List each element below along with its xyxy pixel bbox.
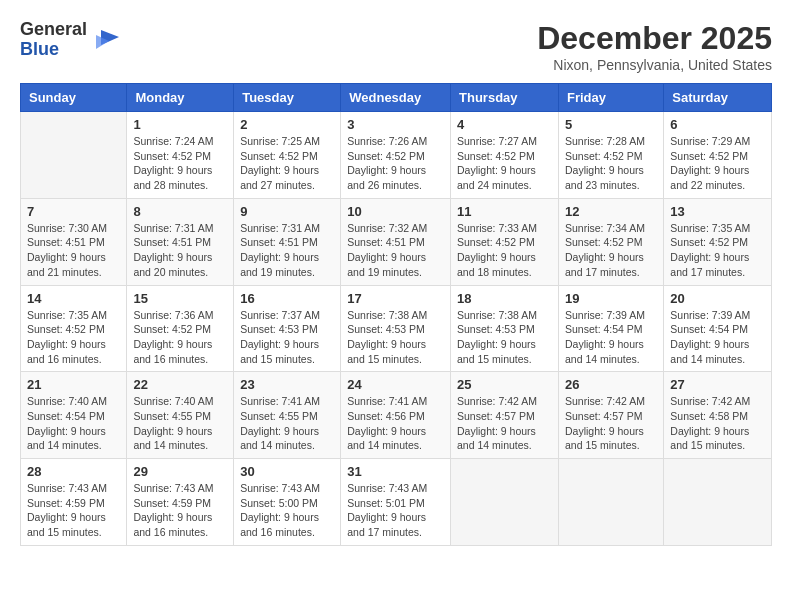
day-of-week-header: Thursday bbox=[451, 84, 559, 112]
calendar-cell: 18Sunrise: 7:38 AMSunset: 4:53 PMDayligh… bbox=[451, 285, 559, 372]
calendar-cell: 24Sunrise: 7:41 AMSunset: 4:56 PMDayligh… bbox=[341, 372, 451, 459]
calendar-cell: 4Sunrise: 7:27 AMSunset: 4:52 PMDaylight… bbox=[451, 112, 559, 199]
day-number: 28 bbox=[27, 464, 120, 479]
calendar-cell bbox=[664, 459, 772, 546]
day-number: 14 bbox=[27, 291, 120, 306]
day-number: 6 bbox=[670, 117, 765, 132]
cell-sun-info: Sunrise: 7:32 AMSunset: 4:51 PMDaylight:… bbox=[347, 221, 444, 280]
day-number: 29 bbox=[133, 464, 227, 479]
calendar-week-row: 7Sunrise: 7:30 AMSunset: 4:51 PMDaylight… bbox=[21, 198, 772, 285]
location-subtitle: Nixon, Pennsylvania, United States bbox=[537, 57, 772, 73]
calendar-cell: 22Sunrise: 7:40 AMSunset: 4:55 PMDayligh… bbox=[127, 372, 234, 459]
day-of-week-header: Sunday bbox=[21, 84, 127, 112]
day-number: 5 bbox=[565, 117, 657, 132]
calendar-table: SundayMondayTuesdayWednesdayThursdayFrid… bbox=[20, 83, 772, 546]
cell-sun-info: Sunrise: 7:29 AMSunset: 4:52 PMDaylight:… bbox=[670, 134, 765, 193]
calendar-week-row: 14Sunrise: 7:35 AMSunset: 4:52 PMDayligh… bbox=[21, 285, 772, 372]
day-number: 2 bbox=[240, 117, 334, 132]
cell-sun-info: Sunrise: 7:43 AMSunset: 4:59 PMDaylight:… bbox=[27, 481, 120, 540]
calendar-cell: 10Sunrise: 7:32 AMSunset: 4:51 PMDayligh… bbox=[341, 198, 451, 285]
cell-sun-info: Sunrise: 7:37 AMSunset: 4:53 PMDaylight:… bbox=[240, 308, 334, 367]
cell-sun-info: Sunrise: 7:43 AMSunset: 5:01 PMDaylight:… bbox=[347, 481, 444, 540]
calendar-cell: 29Sunrise: 7:43 AMSunset: 4:59 PMDayligh… bbox=[127, 459, 234, 546]
day-number: 8 bbox=[133, 204, 227, 219]
day-number: 24 bbox=[347, 377, 444, 392]
day-number: 31 bbox=[347, 464, 444, 479]
cell-sun-info: Sunrise: 7:27 AMSunset: 4:52 PMDaylight:… bbox=[457, 134, 552, 193]
cell-sun-info: Sunrise: 7:25 AMSunset: 4:52 PMDaylight:… bbox=[240, 134, 334, 193]
calendar-cell: 15Sunrise: 7:36 AMSunset: 4:52 PMDayligh… bbox=[127, 285, 234, 372]
calendar-cell: 11Sunrise: 7:33 AMSunset: 4:52 PMDayligh… bbox=[451, 198, 559, 285]
calendar-cell bbox=[558, 459, 663, 546]
cell-sun-info: Sunrise: 7:35 AMSunset: 4:52 PMDaylight:… bbox=[670, 221, 765, 280]
day-number: 7 bbox=[27, 204, 120, 219]
day-number: 16 bbox=[240, 291, 334, 306]
calendar-cell: 6Sunrise: 7:29 AMSunset: 4:52 PMDaylight… bbox=[664, 112, 772, 199]
calendar-cell: 16Sunrise: 7:37 AMSunset: 4:53 PMDayligh… bbox=[234, 285, 341, 372]
calendar-cell: 13Sunrise: 7:35 AMSunset: 4:52 PMDayligh… bbox=[664, 198, 772, 285]
day-number: 21 bbox=[27, 377, 120, 392]
title-block: December 2025 Nixon, Pennsylvania, Unite… bbox=[537, 20, 772, 73]
cell-sun-info: Sunrise: 7:39 AMSunset: 4:54 PMDaylight:… bbox=[565, 308, 657, 367]
calendar-cell: 30Sunrise: 7:43 AMSunset: 5:00 PMDayligh… bbox=[234, 459, 341, 546]
day-number: 18 bbox=[457, 291, 552, 306]
calendar-header-row: SundayMondayTuesdayWednesdayThursdayFrid… bbox=[21, 84, 772, 112]
cell-sun-info: Sunrise: 7:42 AMSunset: 4:58 PMDaylight:… bbox=[670, 394, 765, 453]
day-number: 10 bbox=[347, 204, 444, 219]
calendar-cell: 9Sunrise: 7:31 AMSunset: 4:51 PMDaylight… bbox=[234, 198, 341, 285]
cell-sun-info: Sunrise: 7:42 AMSunset: 4:57 PMDaylight:… bbox=[457, 394, 552, 453]
logo-general-text: General bbox=[20, 20, 87, 40]
day-number: 4 bbox=[457, 117, 552, 132]
calendar-cell: 19Sunrise: 7:39 AMSunset: 4:54 PMDayligh… bbox=[558, 285, 663, 372]
day-number: 15 bbox=[133, 291, 227, 306]
calendar-cell: 26Sunrise: 7:42 AMSunset: 4:57 PMDayligh… bbox=[558, 372, 663, 459]
day-number: 20 bbox=[670, 291, 765, 306]
day-number: 17 bbox=[347, 291, 444, 306]
calendar-cell: 17Sunrise: 7:38 AMSunset: 4:53 PMDayligh… bbox=[341, 285, 451, 372]
day-number: 9 bbox=[240, 204, 334, 219]
cell-sun-info: Sunrise: 7:42 AMSunset: 4:57 PMDaylight:… bbox=[565, 394, 657, 453]
day-of-week-header: Tuesday bbox=[234, 84, 341, 112]
logo-icon bbox=[91, 25, 121, 55]
page-header: General Blue December 2025 Nixon, Pennsy… bbox=[20, 20, 772, 73]
cell-sun-info: Sunrise: 7:40 AMSunset: 4:54 PMDaylight:… bbox=[27, 394, 120, 453]
day-of-week-header: Wednesday bbox=[341, 84, 451, 112]
cell-sun-info: Sunrise: 7:39 AMSunset: 4:54 PMDaylight:… bbox=[670, 308, 765, 367]
calendar-cell: 23Sunrise: 7:41 AMSunset: 4:55 PMDayligh… bbox=[234, 372, 341, 459]
cell-sun-info: Sunrise: 7:41 AMSunset: 4:55 PMDaylight:… bbox=[240, 394, 334, 453]
cell-sun-info: Sunrise: 7:28 AMSunset: 4:52 PMDaylight:… bbox=[565, 134, 657, 193]
cell-sun-info: Sunrise: 7:30 AMSunset: 4:51 PMDaylight:… bbox=[27, 221, 120, 280]
cell-sun-info: Sunrise: 7:33 AMSunset: 4:52 PMDaylight:… bbox=[457, 221, 552, 280]
calendar-cell: 31Sunrise: 7:43 AMSunset: 5:01 PMDayligh… bbox=[341, 459, 451, 546]
day-number: 19 bbox=[565, 291, 657, 306]
calendar-cell: 25Sunrise: 7:42 AMSunset: 4:57 PMDayligh… bbox=[451, 372, 559, 459]
cell-sun-info: Sunrise: 7:38 AMSunset: 4:53 PMDaylight:… bbox=[347, 308, 444, 367]
day-number: 26 bbox=[565, 377, 657, 392]
cell-sun-info: Sunrise: 7:38 AMSunset: 4:53 PMDaylight:… bbox=[457, 308, 552, 367]
cell-sun-info: Sunrise: 7:31 AMSunset: 4:51 PMDaylight:… bbox=[240, 221, 334, 280]
day-number: 30 bbox=[240, 464, 334, 479]
logo: General Blue bbox=[20, 20, 121, 60]
calendar-cell: 5Sunrise: 7:28 AMSunset: 4:52 PMDaylight… bbox=[558, 112, 663, 199]
cell-sun-info: Sunrise: 7:36 AMSunset: 4:52 PMDaylight:… bbox=[133, 308, 227, 367]
day-number: 12 bbox=[565, 204, 657, 219]
calendar-cell: 3Sunrise: 7:26 AMSunset: 4:52 PMDaylight… bbox=[341, 112, 451, 199]
day-number: 27 bbox=[670, 377, 765, 392]
day-of-week-header: Friday bbox=[558, 84, 663, 112]
cell-sun-info: Sunrise: 7:34 AMSunset: 4:52 PMDaylight:… bbox=[565, 221, 657, 280]
day-number: 1 bbox=[133, 117, 227, 132]
cell-sun-info: Sunrise: 7:35 AMSunset: 4:52 PMDaylight:… bbox=[27, 308, 120, 367]
day-number: 25 bbox=[457, 377, 552, 392]
calendar-cell: 21Sunrise: 7:40 AMSunset: 4:54 PMDayligh… bbox=[21, 372, 127, 459]
calendar-week-row: 21Sunrise: 7:40 AMSunset: 4:54 PMDayligh… bbox=[21, 372, 772, 459]
calendar-cell: 28Sunrise: 7:43 AMSunset: 4:59 PMDayligh… bbox=[21, 459, 127, 546]
calendar-cell bbox=[21, 112, 127, 199]
day-number: 3 bbox=[347, 117, 444, 132]
calendar-cell: 14Sunrise: 7:35 AMSunset: 4:52 PMDayligh… bbox=[21, 285, 127, 372]
calendar-cell: 12Sunrise: 7:34 AMSunset: 4:52 PMDayligh… bbox=[558, 198, 663, 285]
calendar-week-row: 28Sunrise: 7:43 AMSunset: 4:59 PMDayligh… bbox=[21, 459, 772, 546]
calendar-cell: 27Sunrise: 7:42 AMSunset: 4:58 PMDayligh… bbox=[664, 372, 772, 459]
calendar-cell: 2Sunrise: 7:25 AMSunset: 4:52 PMDaylight… bbox=[234, 112, 341, 199]
day-number: 22 bbox=[133, 377, 227, 392]
cell-sun-info: Sunrise: 7:40 AMSunset: 4:55 PMDaylight:… bbox=[133, 394, 227, 453]
